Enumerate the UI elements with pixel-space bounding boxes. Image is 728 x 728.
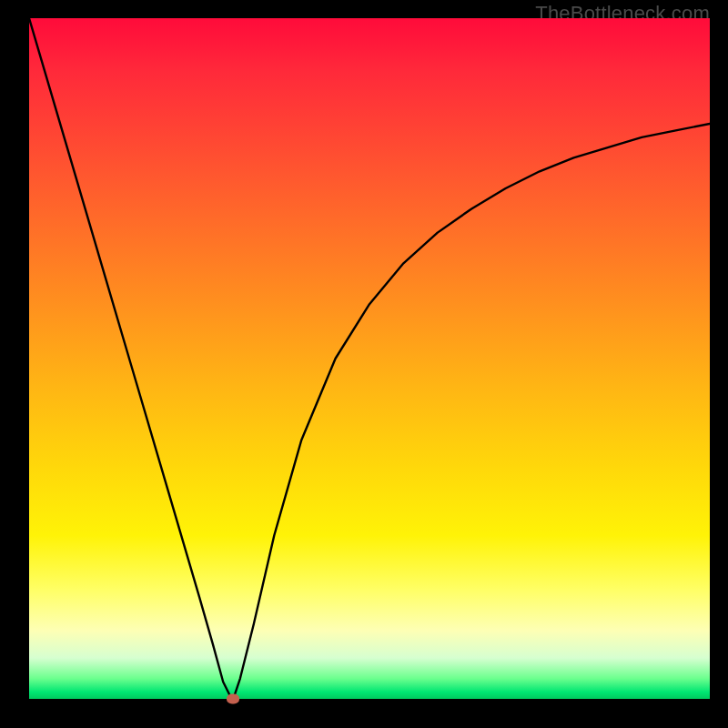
plot-area xyxy=(29,18,710,699)
bottleneck-curve xyxy=(29,18,710,699)
curve-right-branch xyxy=(233,124,710,699)
optimal-point-marker xyxy=(227,694,239,704)
chart-frame: TheBottleneck.com xyxy=(0,0,728,728)
curve-left-branch xyxy=(29,18,233,699)
